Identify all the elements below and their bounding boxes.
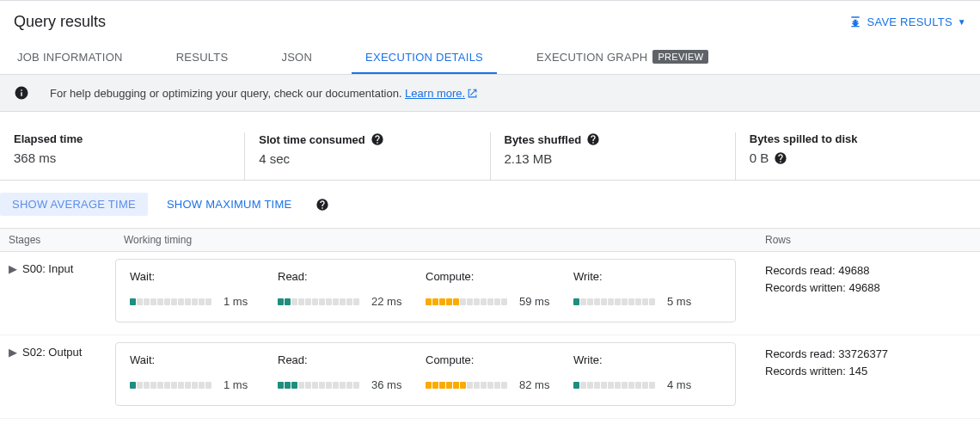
stage-name-cell: ▶S02: Output	[0, 342, 115, 406]
timing-meter	[426, 382, 507, 389]
stages-container: ▶S00: InputWait:1 msRead:22 msCompute:59…	[0, 252, 980, 419]
expand-arrow-icon[interactable]: ▶	[9, 346, 17, 359]
stage-rows-cell: Records read: 49688Records written: 4968…	[756, 259, 980, 322]
timing-meter	[278, 382, 359, 389]
stage-rows-cell: Records read: 33726377Records written: 1…	[756, 342, 980, 406]
records-written: Records written: 145	[765, 363, 971, 380]
help-icon[interactable]	[774, 151, 787, 165]
help-icon[interactable]	[586, 132, 600, 146]
page-title: Query results	[14, 13, 106, 31]
results-header: Query results SAVE RESULTS ▼	[0, 0, 980, 40]
stage-name: S02: Output	[22, 346, 82, 359]
stage-row: ▶S02: OutputWait:1 msRead:36 msCompute:8…	[0, 335, 980, 419]
timing-meter	[278, 298, 359, 305]
stats-row: Elapsed time 368 ms Slot time consumed 4…	[0, 132, 980, 181]
info-icon	[14, 85, 29, 101]
stage-name-cell: ▶S00: Input	[0, 259, 115, 322]
learn-more-link[interactable]: Learn more.	[405, 87, 478, 100]
timing-compute: Compute:82 ms	[426, 353, 573, 391]
info-text: For help debugging or optimizing your qu…	[50, 87, 478, 100]
records-read: Records read: 33726377	[765, 346, 971, 363]
timing-meter	[130, 298, 211, 305]
stat-bytes-shuffled: Bytes shuffled 2.13 MB	[491, 132, 736, 180]
timing-read: Read:22 ms	[278, 270, 426, 308]
tab-job-information[interactable]: JOB INFORMATION	[3, 40, 137, 74]
download-icon	[848, 15, 862, 29]
save-results-label: SAVE RESULTS	[867, 15, 952, 28]
timing-wait: Wait:1 ms	[130, 270, 278, 308]
tab-results[interactable]: RESULTS	[162, 40, 242, 74]
show-average-time-button[interactable]: SHOW AVERAGE TIME	[0, 193, 148, 216]
help-icon[interactable]	[315, 198, 329, 212]
timing-write: Write:5 ms	[573, 270, 721, 308]
stage-row: ▶S00: InputWait:1 msRead:22 msCompute:59…	[0, 252, 980, 335]
save-results-button[interactable]: SAVE RESULTS ▼	[848, 15, 966, 29]
timing-meter	[573, 298, 655, 305]
tabs-bar: JOB INFORMATION RESULTS JSON EXECUTION D…	[0, 40, 980, 75]
tab-json[interactable]: JSON	[267, 40, 326, 74]
timing-read: Read:36 ms	[278, 353, 426, 391]
timing-write: Write:4 ms	[573, 353, 721, 391]
tab-execution-graph[interactable]: EXECUTION GRAPH PREVIEW	[523, 40, 722, 74]
stat-elapsed: Elapsed time 368 ms	[0, 132, 245, 180]
help-icon[interactable]	[371, 132, 384, 146]
info-bar: For help debugging or optimizing your qu…	[0, 75, 980, 112]
stage-name: S00: Input	[22, 262, 73, 275]
timing-box: Wait:1 msRead:36 msCompute:82 msWrite:4 …	[115, 342, 736, 406]
tab-execution-details[interactable]: EXECUTION DETAILS	[352, 40, 497, 74]
dropdown-caret-icon: ▼	[958, 17, 966, 27]
timing-box: Wait:1 msRead:22 msCompute:59 msWrite:5 …	[115, 259, 736, 322]
timing-meter	[573, 382, 655, 389]
timing-compute: Compute:59 ms	[426, 270, 573, 308]
records-read: Records read: 49688	[765, 262, 971, 279]
timing-toggle-row: SHOW AVERAGE TIME SHOW MAXIMUM TIME	[0, 181, 980, 228]
timing-meter	[426, 298, 507, 305]
stat-bytes-spilled: Bytes spilled to disk 0 B	[736, 132, 980, 180]
stat-slot-time: Slot time consumed 4 sec	[245, 132, 490, 180]
expand-arrow-icon[interactable]: ▶	[9, 262, 17, 275]
show-maximum-time-button[interactable]: SHOW MAXIMUM TIME	[155, 193, 304, 216]
external-link-icon	[467, 88, 478, 99]
stages-table-header: Stages Working timing Rows	[0, 228, 980, 252]
preview-badge: PREVIEW	[652, 50, 708, 64]
records-written: Records written: 49688	[765, 279, 971, 297]
timing-wait: Wait:1 ms	[130, 353, 278, 391]
timing-meter	[130, 382, 211, 389]
